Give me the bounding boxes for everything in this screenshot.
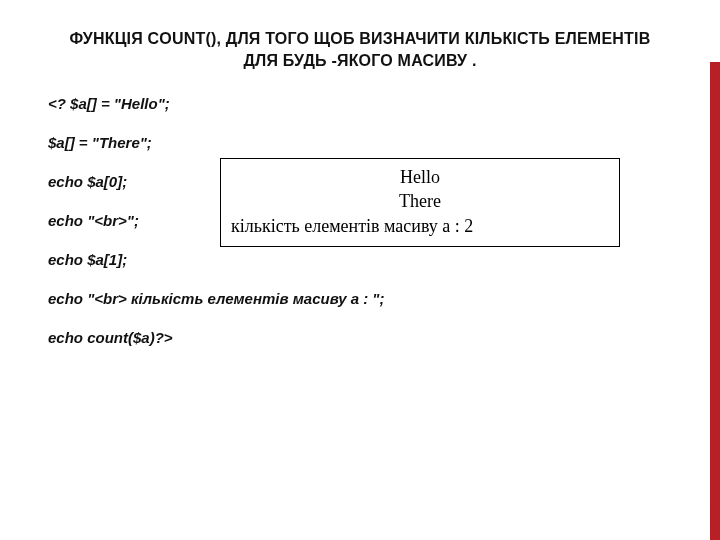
output-line-3: кількість елементів масиву a : 2 — [231, 214, 609, 238]
code-line-6: echo "<br> кількість елементів масиву a … — [48, 290, 672, 307]
output-line-1: Hello — [231, 165, 609, 189]
slide: ФУНКЦІЯ COUNT(), ДЛЯ ТОГО ЩОБ ВИЗНАЧИТИ … — [0, 0, 720, 540]
accent-strip — [710, 62, 720, 540]
code-line-5: echo $a[1]; — [48, 251, 672, 268]
code-line-1: <? $a[] = "Hello"; — [48, 95, 672, 112]
code-line-2: $a[] = "There"; — [48, 134, 672, 151]
code-line-7: echo count($a)?> — [48, 329, 672, 346]
output-box: Hello There кількість елементів масиву a… — [220, 158, 620, 247]
page-number: 10 — [707, 502, 720, 524]
title-line-1: ФУНКЦІЯ COUNT(), ДЛЯ ТОГО ЩОБ ВИЗНАЧИТИ … — [70, 30, 651, 47]
output-line-2: There — [231, 189, 609, 213]
slide-title: ФУНКЦІЯ COUNT(), ДЛЯ ТОГО ЩОБ ВИЗНАЧИТИ … — [48, 28, 672, 71]
title-line-2: ДЛЯ БУДЬ -ЯКОГО МАСИВУ . — [243, 52, 476, 69]
